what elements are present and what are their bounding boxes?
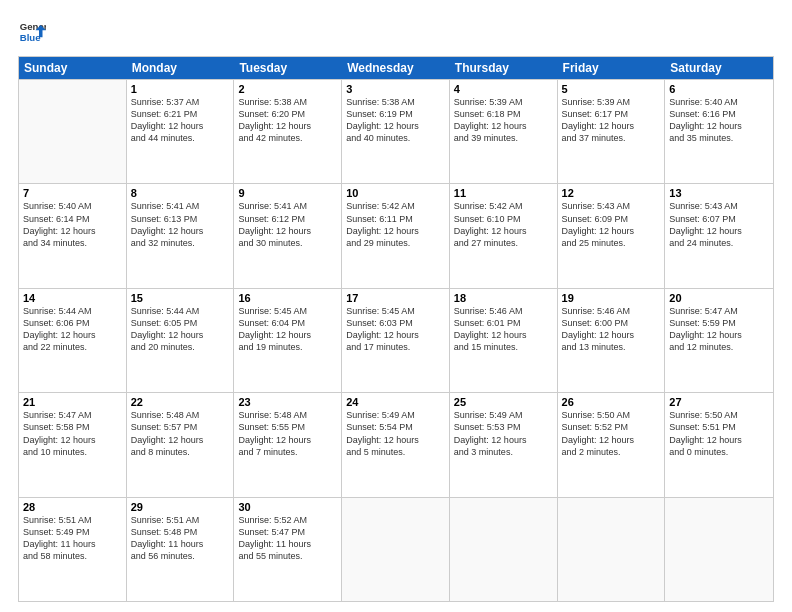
- day-info: Sunrise: 5:46 AM Sunset: 6:01 PM Dayligh…: [454, 305, 553, 354]
- day-cell-6: 6Sunrise: 5:40 AM Sunset: 6:16 PM Daylig…: [665, 80, 773, 183]
- day-info: Sunrise: 5:43 AM Sunset: 6:09 PM Dayligh…: [562, 200, 661, 249]
- day-cell-22: 22Sunrise: 5:48 AM Sunset: 5:57 PM Dayli…: [127, 393, 235, 496]
- calendar-week-4: 21Sunrise: 5:47 AM Sunset: 5:58 PM Dayli…: [19, 392, 773, 496]
- day-number: 1: [131, 83, 230, 95]
- day-cell-29: 29Sunrise: 5:51 AM Sunset: 5:48 PM Dayli…: [127, 498, 235, 601]
- logo-icon: General Blue: [18, 18, 46, 46]
- day-number: 27: [669, 396, 769, 408]
- day-cell-25: 25Sunrise: 5:49 AM Sunset: 5:53 PM Dayli…: [450, 393, 558, 496]
- day-info: Sunrise: 5:39 AM Sunset: 6:17 PM Dayligh…: [562, 96, 661, 145]
- empty-cell: [665, 498, 773, 601]
- day-number: 21: [23, 396, 122, 408]
- day-number: 5: [562, 83, 661, 95]
- day-number: 19: [562, 292, 661, 304]
- day-header-thursday: Thursday: [450, 57, 558, 79]
- day-info: Sunrise: 5:48 AM Sunset: 5:55 PM Dayligh…: [238, 409, 337, 458]
- day-info: Sunrise: 5:38 AM Sunset: 6:20 PM Dayligh…: [238, 96, 337, 145]
- day-cell-21: 21Sunrise: 5:47 AM Sunset: 5:58 PM Dayli…: [19, 393, 127, 496]
- svg-text:Blue: Blue: [20, 32, 41, 43]
- header: General Blue: [18, 18, 774, 46]
- day-info: Sunrise: 5:44 AM Sunset: 6:05 PM Dayligh…: [131, 305, 230, 354]
- empty-cell: [450, 498, 558, 601]
- day-header-tuesday: Tuesday: [234, 57, 342, 79]
- day-number: 9: [238, 187, 337, 199]
- day-number: 12: [562, 187, 661, 199]
- day-info: Sunrise: 5:50 AM Sunset: 5:52 PM Dayligh…: [562, 409, 661, 458]
- day-info: Sunrise: 5:42 AM Sunset: 6:11 PM Dayligh…: [346, 200, 445, 249]
- day-cell-9: 9Sunrise: 5:41 AM Sunset: 6:12 PM Daylig…: [234, 184, 342, 287]
- day-cell-5: 5Sunrise: 5:39 AM Sunset: 6:17 PM Daylig…: [558, 80, 666, 183]
- day-number: 30: [238, 501, 337, 513]
- day-cell-16: 16Sunrise: 5:45 AM Sunset: 6:04 PM Dayli…: [234, 289, 342, 392]
- day-info: Sunrise: 5:37 AM Sunset: 6:21 PM Dayligh…: [131, 96, 230, 145]
- day-cell-8: 8Sunrise: 5:41 AM Sunset: 6:13 PM Daylig…: [127, 184, 235, 287]
- day-header-monday: Monday: [127, 57, 235, 79]
- day-cell-18: 18Sunrise: 5:46 AM Sunset: 6:01 PM Dayli…: [450, 289, 558, 392]
- calendar-week-5: 28Sunrise: 5:51 AM Sunset: 5:49 PM Dayli…: [19, 497, 773, 601]
- day-info: Sunrise: 5:47 AM Sunset: 5:59 PM Dayligh…: [669, 305, 769, 354]
- day-number: 14: [23, 292, 122, 304]
- day-cell-10: 10Sunrise: 5:42 AM Sunset: 6:11 PM Dayli…: [342, 184, 450, 287]
- day-info: Sunrise: 5:45 AM Sunset: 6:04 PM Dayligh…: [238, 305, 337, 354]
- day-info: Sunrise: 5:51 AM Sunset: 5:49 PM Dayligh…: [23, 514, 122, 563]
- day-info: Sunrise: 5:45 AM Sunset: 6:03 PM Dayligh…: [346, 305, 445, 354]
- day-header-friday: Friday: [558, 57, 666, 79]
- day-cell-20: 20Sunrise: 5:47 AM Sunset: 5:59 PM Dayli…: [665, 289, 773, 392]
- day-info: Sunrise: 5:51 AM Sunset: 5:48 PM Dayligh…: [131, 514, 230, 563]
- day-number: 4: [454, 83, 553, 95]
- calendar-week-1: 1Sunrise: 5:37 AM Sunset: 6:21 PM Daylig…: [19, 79, 773, 183]
- day-info: Sunrise: 5:49 AM Sunset: 5:54 PM Dayligh…: [346, 409, 445, 458]
- day-info: Sunrise: 5:40 AM Sunset: 6:14 PM Dayligh…: [23, 200, 122, 249]
- day-number: 24: [346, 396, 445, 408]
- empty-cell: [19, 80, 127, 183]
- calendar-week-3: 14Sunrise: 5:44 AM Sunset: 6:06 PM Dayli…: [19, 288, 773, 392]
- day-cell-7: 7Sunrise: 5:40 AM Sunset: 6:14 PM Daylig…: [19, 184, 127, 287]
- day-info: Sunrise: 5:40 AM Sunset: 6:16 PM Dayligh…: [669, 96, 769, 145]
- day-cell-17: 17Sunrise: 5:45 AM Sunset: 6:03 PM Dayli…: [342, 289, 450, 392]
- day-header-saturday: Saturday: [665, 57, 773, 79]
- empty-cell: [342, 498, 450, 601]
- day-info: Sunrise: 5:52 AM Sunset: 5:47 PM Dayligh…: [238, 514, 337, 563]
- day-cell-27: 27Sunrise: 5:50 AM Sunset: 5:51 PM Dayli…: [665, 393, 773, 496]
- day-number: 23: [238, 396, 337, 408]
- logo: General Blue: [18, 18, 46, 46]
- calendar-week-2: 7Sunrise: 5:40 AM Sunset: 6:14 PM Daylig…: [19, 183, 773, 287]
- day-cell-2: 2Sunrise: 5:38 AM Sunset: 6:20 PM Daylig…: [234, 80, 342, 183]
- day-number: 13: [669, 187, 769, 199]
- day-cell-28: 28Sunrise: 5:51 AM Sunset: 5:49 PM Dayli…: [19, 498, 127, 601]
- page: General Blue SundayMondayTuesdayWednesda…: [0, 0, 792, 612]
- day-number: 7: [23, 187, 122, 199]
- day-info: Sunrise: 5:41 AM Sunset: 6:13 PM Dayligh…: [131, 200, 230, 249]
- day-header-wednesday: Wednesday: [342, 57, 450, 79]
- day-info: Sunrise: 5:46 AM Sunset: 6:00 PM Dayligh…: [562, 305, 661, 354]
- calendar: SundayMondayTuesdayWednesdayThursdayFrid…: [18, 56, 774, 602]
- day-number: 17: [346, 292, 445, 304]
- day-number: 18: [454, 292, 553, 304]
- day-info: Sunrise: 5:43 AM Sunset: 6:07 PM Dayligh…: [669, 200, 769, 249]
- day-cell-13: 13Sunrise: 5:43 AM Sunset: 6:07 PM Dayli…: [665, 184, 773, 287]
- day-info: Sunrise: 5:39 AM Sunset: 6:18 PM Dayligh…: [454, 96, 553, 145]
- day-header-sunday: Sunday: [19, 57, 127, 79]
- day-number: 6: [669, 83, 769, 95]
- day-number: 29: [131, 501, 230, 513]
- day-info: Sunrise: 5:38 AM Sunset: 6:19 PM Dayligh…: [346, 96, 445, 145]
- day-number: 16: [238, 292, 337, 304]
- day-cell-15: 15Sunrise: 5:44 AM Sunset: 6:05 PM Dayli…: [127, 289, 235, 392]
- day-info: Sunrise: 5:42 AM Sunset: 6:10 PM Dayligh…: [454, 200, 553, 249]
- day-cell-26: 26Sunrise: 5:50 AM Sunset: 5:52 PM Dayli…: [558, 393, 666, 496]
- empty-cell: [558, 498, 666, 601]
- day-cell-30: 30Sunrise: 5:52 AM Sunset: 5:47 PM Dayli…: [234, 498, 342, 601]
- day-number: 20: [669, 292, 769, 304]
- day-info: Sunrise: 5:41 AM Sunset: 6:12 PM Dayligh…: [238, 200, 337, 249]
- day-cell-12: 12Sunrise: 5:43 AM Sunset: 6:09 PM Dayli…: [558, 184, 666, 287]
- day-cell-3: 3Sunrise: 5:38 AM Sunset: 6:19 PM Daylig…: [342, 80, 450, 183]
- day-cell-24: 24Sunrise: 5:49 AM Sunset: 5:54 PM Dayli…: [342, 393, 450, 496]
- day-number: 26: [562, 396, 661, 408]
- day-info: Sunrise: 5:44 AM Sunset: 6:06 PM Dayligh…: [23, 305, 122, 354]
- day-cell-11: 11Sunrise: 5:42 AM Sunset: 6:10 PM Dayli…: [450, 184, 558, 287]
- day-cell-19: 19Sunrise: 5:46 AM Sunset: 6:00 PM Dayli…: [558, 289, 666, 392]
- day-cell-14: 14Sunrise: 5:44 AM Sunset: 6:06 PM Dayli…: [19, 289, 127, 392]
- day-number: 11: [454, 187, 553, 199]
- calendar-body: 1Sunrise: 5:37 AM Sunset: 6:21 PM Daylig…: [19, 79, 773, 601]
- day-number: 2: [238, 83, 337, 95]
